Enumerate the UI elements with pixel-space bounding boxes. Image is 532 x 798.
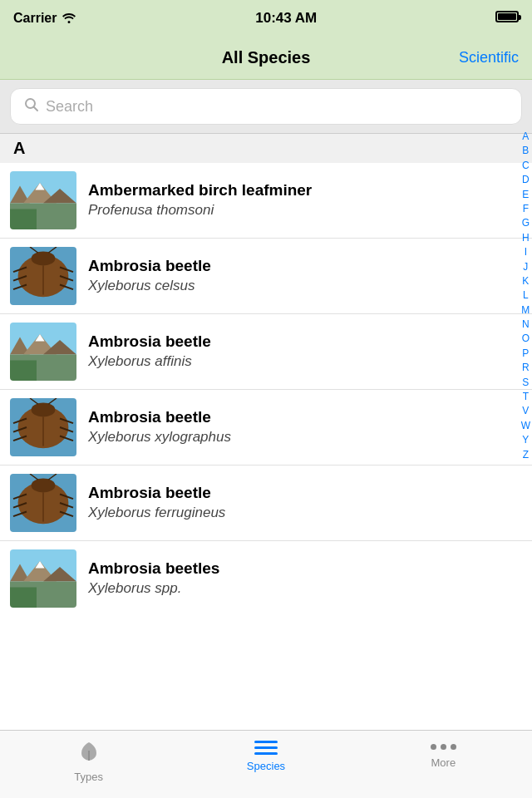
tab-bar: Types Species More <box>0 730 532 798</box>
tab-types[interactable]: Types <box>0 739 177 783</box>
species-info: Ambrosia beetleXyleborus affinis <box>88 332 522 372</box>
tab-species-label: Species <box>247 760 285 772</box>
search-icon <box>24 97 39 116</box>
more-icon <box>431 744 456 750</box>
alpha-letter-o[interactable]: O <box>522 332 530 346</box>
species-scientific-name: Profenusa thomsoni <box>88 200 522 220</box>
list-item[interactable]: Ambrosia beetleXyleborus affinis <box>0 314 532 390</box>
alpha-letter-t[interactable]: T <box>523 390 529 404</box>
species-thumb <box>10 323 76 381</box>
alpha-letter-d[interactable]: D <box>522 173 530 187</box>
alpha-letter-s[interactable]: S <box>522 376 529 390</box>
species-thumb <box>10 171 76 229</box>
search-placeholder: Search <box>46 98 93 116</box>
species-info: Ambermarked birch leafminerProfenusa tho… <box>88 180 522 220</box>
alpha-letter-w[interactable]: W <box>521 419 530 433</box>
species-scientific-name: Xyleborus celsus <box>88 276 522 296</box>
alpha-letter-l[interactable]: L <box>523 288 529 303</box>
species-list-wrapper: Ambermarked birch leafminerProfenusa tho… <box>0 163 532 733</box>
wifi-icon <box>62 12 76 26</box>
species-thumb <box>10 398 76 456</box>
species-thumb <box>10 549 76 608</box>
nav-bar: All Species Scientific <box>0 37 532 80</box>
nav-title: All Species <box>222 48 311 67</box>
species-common-name: Ambrosia beetles <box>88 559 522 579</box>
carrier-label: Carrier <box>13 11 57 26</box>
species-common-name: Ambrosia beetle <box>88 483 522 504</box>
alpha-letter-k[interactable]: K <box>522 274 529 288</box>
species-scientific-name: Xyleborus xylographus <box>88 427 522 447</box>
species-info: Ambrosia beetleXyleborus ferrugineus <box>88 483 522 523</box>
tab-species[interactable]: Species <box>177 739 354 772</box>
alpha-letter-a[interactable]: A <box>522 130 529 144</box>
tab-more-label: More <box>431 756 456 769</box>
status-bar-left: Carrier <box>13 11 76 26</box>
search-box[interactable]: Search <box>10 88 522 125</box>
alpha-letter-c[interactable]: C <box>522 159 530 173</box>
alpha-letter-z[interactable]: Z <box>523 448 529 462</box>
species-common-name: Ambrosia beetle <box>88 332 522 352</box>
tab-types-label: Types <box>74 771 103 783</box>
alpha-letter-j[interactable]: J <box>523 260 528 274</box>
list-item[interactable]: Ambrosia beetleXyleborus celsus <box>0 239 532 314</box>
species-thumb <box>10 474 76 532</box>
list-item[interactable]: Ambrosia beetleXyleborus ferrugineus <box>0 466 532 541</box>
species-scientific-name: Xyleborus ferrugineus <box>88 503 522 523</box>
search-container: Search <box>0 80 532 134</box>
scientific-button[interactable]: Scientific <box>459 49 519 66</box>
alpha-letter-b[interactable]: B <box>522 144 529 158</box>
species-common-name: Ambermarked birch leafminer <box>88 180 522 201</box>
section-header-a: A <box>0 134 532 163</box>
species-thumb <box>10 247 76 305</box>
list-icon <box>254 739 278 756</box>
alpha-letter-m[interactable]: M <box>521 303 530 318</box>
list-item[interactable]: Ambrosia beetlesXyleborus spp. <box>0 541 532 616</box>
species-info: Ambrosia beetleXyleborus xylographus <box>88 407 522 447</box>
alpha-letter-p[interactable]: P <box>522 347 529 361</box>
list-item[interactable]: Ambermarked birch leafminerProfenusa tho… <box>0 163 532 239</box>
alpha-letter-i[interactable]: I <box>525 245 527 259</box>
battery-icon <box>495 11 519 26</box>
species-info: Ambrosia beetlesXyleborus spp. <box>88 559 522 598</box>
status-bar-time: 10:43 AM <box>255 10 317 27</box>
species-list: Ambermarked birch leafminerProfenusa tho… <box>0 163 532 733</box>
alpha-letter-f[interactable]: F <box>523 202 529 216</box>
alpha-letter-g[interactable]: G <box>522 216 530 230</box>
alpha-letter-e[interactable]: E <box>522 188 529 202</box>
alpha-letter-y[interactable]: Y <box>522 433 529 447</box>
alpha-letter-r[interactable]: R <box>522 361 530 375</box>
list-item[interactable]: Ambrosia beetleXyleborus xylographus <box>0 390 532 466</box>
leaf-icon <box>76 739 101 767</box>
alpha-index: ABCDEFGHIJKLMNOPRSTVWYZ <box>521 130 530 462</box>
alpha-letter-h[interactable]: H <box>522 231 530 245</box>
species-common-name: Ambrosia beetle <box>88 256 522 277</box>
tab-more[interactable]: More <box>355 739 532 769</box>
alpha-letter-n[interactable]: N <box>522 318 530 332</box>
species-common-name: Ambrosia beetle <box>88 407 522 428</box>
species-scientific-name: Xyleborus spp. <box>88 579 522 598</box>
species-info: Ambrosia beetleXyleborus celsus <box>88 256 522 296</box>
species-scientific-name: Xyleborus affinis <box>88 352 522 372</box>
status-bar: Carrier 10:43 AM <box>0 0 532 37</box>
svg-line-1 <box>34 107 38 111</box>
alpha-letter-v[interactable]: V <box>522 404 529 418</box>
